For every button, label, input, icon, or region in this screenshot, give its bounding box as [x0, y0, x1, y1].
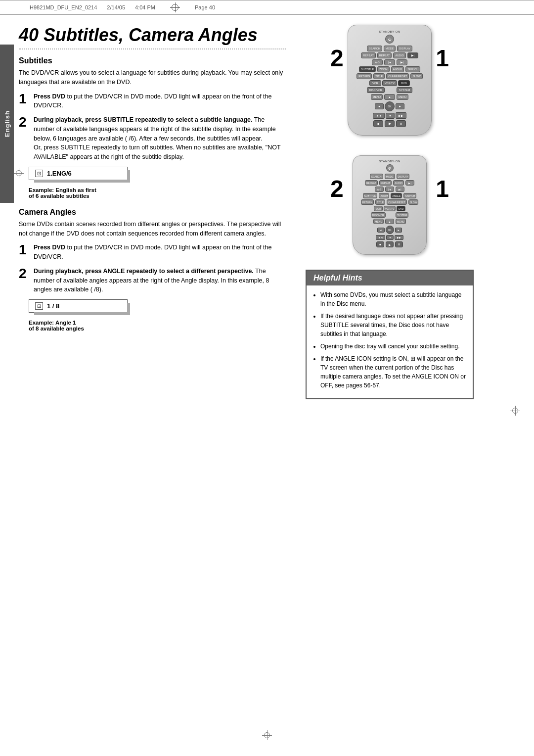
r2-audio-btn[interactable]: AUDIO: [393, 180, 404, 186]
ab-btn[interactable]: A-B: [372, 59, 383, 65]
r2-return-btn[interactable]: RETURN: [361, 199, 374, 205]
disc-system-row: DISC/VCR SYSTEM: [352, 87, 427, 93]
big-number-2-bottom: 2: [330, 175, 344, 202]
right-btn[interactable]: ►: [396, 103, 404, 109]
play-btn[interactable]: ▶: [385, 120, 395, 127]
r2-search-btn[interactable]: SEARCH: [370, 174, 383, 179]
r2-up-btn[interactable]: ▲: [385, 219, 394, 224]
r2-dpad-row-1: ◄ OK ►: [377, 226, 402, 234]
camera-angles-intro: Some DVDs contain scenes recorded from d…: [19, 220, 286, 238]
remote-block-bottom: 2 STANDBY·ON ⏻ SEARCH MODE DISPLAY REPEA…: [335, 155, 444, 255]
r2-sf-btn[interactable]: ▶|: [396, 187, 404, 192]
r2-menu-right-btn[interactable]: MENU: [396, 219, 406, 224]
source-row: VCR VCR/TV DVD: [352, 80, 427, 86]
r2-play-btn[interactable]: ▶: [386, 241, 394, 247]
down-btn[interactable]: ▼: [386, 113, 395, 119]
r2-disc-vcr-btn[interactable]: DISC/VCR: [371, 212, 386, 218]
r2-stop-btn[interactable]: ■: [376, 241, 384, 247]
pause-btn[interactable]: ⏸: [396, 120, 406, 127]
subtitle-display-container: ⊡ 1.ENG/6: [29, 167, 286, 180]
chapter-title-text: Subtitles, Camera Angles: [44, 25, 258, 45]
angle-btn[interactable]: ANGLE: [391, 66, 404, 72]
vcr-btn[interactable]: VCR: [369, 80, 381, 86]
subtitles-intro: The DVD/VCR allows you to select a langu…: [19, 68, 286, 87]
subtitle-btn[interactable]: SUBTITLE: [359, 66, 376, 72]
r2-clear-btn[interactable]: CLEAR/RESET: [387, 199, 407, 205]
subtitle-display-text: 1.ENG/6: [47, 170, 72, 177]
ok-btn[interactable]: OK: [385, 101, 395, 111]
r2-repeat1-btn[interactable]: REPEAT: [365, 180, 378, 186]
up-btn[interactable]: ▲: [384, 94, 395, 100]
stop-btn[interactable]: ■: [373, 120, 383, 127]
fwd-btn[interactable]: ▶|: [407, 52, 418, 58]
r2-slow-btn[interactable]: SLOW: [408, 199, 419, 205]
dvd-btn[interactable]: DVD: [398, 80, 410, 86]
menu-left-btn[interactable]: MENU: [371, 94, 383, 100]
r2-angle-btn[interactable]: ANGLE: [391, 193, 402, 198]
power2-button[interactable]: ⏻: [386, 164, 394, 172]
repeat-btn-1[interactable]: REPEAT: [361, 52, 376, 58]
camera-step2-bold: During playback, press ANGLE repeatedly …: [34, 268, 254, 275]
r2-dvd-btn[interactable]: DVD: [397, 206, 405, 211]
power-button[interactable]: ⏻: [385, 35, 394, 44]
r2-ab-btn[interactable]: A-B: [375, 187, 384, 192]
r2-left-btn[interactable]: ◄: [377, 228, 385, 233]
skip-ch-btn[interactable]: SKIP/CH: [405, 66, 420, 72]
subtitles-steps: 1 Press DVD to put the DVD/VCR in DVD mo…: [19, 92, 286, 162]
r2-ok-btn[interactable]: OK: [386, 226, 394, 234]
step2-number: 2: [19, 115, 30, 129]
camera-step2-content: During playback, press ANGLE repeatedly …: [34, 267, 286, 294]
skip-fwd-btn[interactable]: ▶|: [397, 59, 407, 65]
r2-pause-btn[interactable]: ⏸: [395, 241, 403, 247]
disc-vcr-btn[interactable]: DISC/VCR: [367, 87, 385, 93]
repeat-btn-2[interactable]: REPEAT: [377, 52, 392, 58]
vcrtv-btn[interactable]: VCR/TV: [382, 80, 397, 86]
audio-btn[interactable]: AUDIO: [393, 52, 405, 58]
btn-row-5: RETURN TITLE CLEAR/RESET SLOW: [352, 73, 427, 79]
menu-right-btn[interactable]: MENU: [397, 94, 408, 100]
btn-row-3: A-B |◄ ▶|: [352, 59, 427, 65]
system-btn[interactable]: SYSTEM: [397, 87, 413, 93]
r2-rew-btn[interactable]: ◄◄: [376, 235, 386, 240]
ffwd-btn[interactable]: ▶▶: [396, 112, 406, 119]
camera-step1-number: 1: [19, 243, 30, 257]
r2-vcr-btn[interactable]: VCR: [374, 206, 383, 211]
r2-vcrtv-btn[interactable]: VCR/TV: [384, 206, 396, 211]
r2-right-btn[interactable]: ►: [395, 228, 402, 233]
hint-item-4: If the ANGLE ICON setting is ON, ⊞ will …: [320, 354, 466, 390]
r2-repeat2-btn[interactable]: REPEAT: [379, 180, 392, 186]
mode-btn[interactable]: MODE: [384, 46, 396, 51]
r2-subtitle-btn[interactable]: SUBTITLE: [363, 193, 378, 198]
menu-row: MENU ▲ MENU: [352, 94, 427, 100]
step2-content: During playback, press SUBTITLE repeated…: [34, 115, 286, 162]
r2-display-btn[interactable]: DISPLAY: [397, 174, 410, 179]
r2-menu-left-btn[interactable]: MENU: [373, 219, 384, 224]
r2-dpad-row-2: ◄◄ ▼ ▶▶: [376, 235, 404, 240]
r2-down-btn[interactable]: ▼: [386, 235, 394, 240]
r2-mode-btn[interactable]: MODE: [385, 174, 395, 179]
search-btn[interactable]: SEARCH: [367, 46, 382, 51]
slow-btn[interactable]: SLOW: [410, 73, 422, 79]
camera-step1-text: to put the DVD/VCR in DVD mode. DVD ligh…: [34, 244, 272, 260]
rew-btn[interactable]: ◄◄: [373, 113, 385, 119]
angle-display-text: 1 / 8: [47, 302, 59, 310]
title-btn[interactable]: TITLE: [373, 73, 385, 79]
r2-system-btn[interactable]: SYSTEM: [396, 212, 409, 218]
r2-fwd-btn[interactable]: ▶|: [405, 180, 414, 186]
r2-skip-ch-btn[interactable]: SKIP/CH: [403, 193, 416, 198]
camera-step2-number: 2: [19, 267, 30, 281]
dotted-divider: [19, 48, 286, 49]
r2-btn-row-2: REPEAT REPEAT AUDIO ▶|: [356, 180, 423, 186]
subtitles-remote-section: 2 STANDBY·ON ⏻ SEARCH MODE DISPLAY: [306, 25, 474, 399]
return-btn[interactable]: RETURN: [356, 73, 372, 79]
r2-ffwd-btn[interactable]: ▶▶: [395, 235, 403, 240]
display-btn[interactable]: DISPLAY: [397, 46, 412, 51]
zoom-btn[interactable]: ZOOM: [377, 66, 390, 72]
r2-sb-btn[interactable]: |◄: [385, 187, 394, 192]
r2-title-btn[interactable]: TITLE: [375, 199, 385, 205]
skip-back-btn[interactable]: |◄: [384, 59, 395, 65]
clear-reset-btn[interactable]: CLEAR/RESET: [386, 73, 409, 79]
helpful-hints-body: With some DVDs, you must select a subtit…: [307, 285, 473, 398]
left-btn[interactable]: ◄: [375, 103, 384, 109]
r2-zoom-btn[interactable]: ZOOM: [379, 193, 389, 198]
